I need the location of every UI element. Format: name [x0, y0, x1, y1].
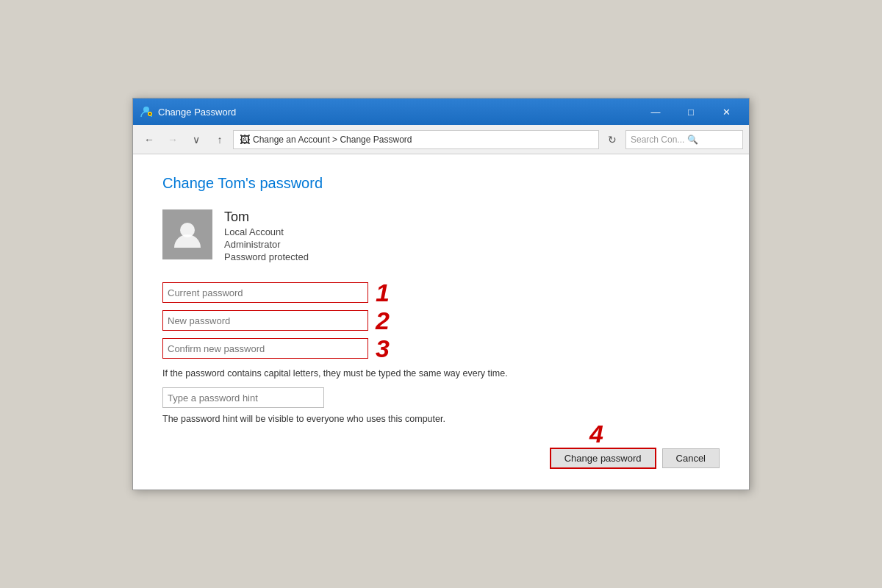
- avatar-icon: [171, 218, 204, 251]
- content-area: Change Tom's password Tom Local Account …: [133, 154, 749, 490]
- search-icon: 🔍: [687, 135, 698, 145]
- path-icon: 🖼: [240, 134, 250, 146]
- new-password-row: 2: [162, 308, 720, 333]
- page-title: Change Tom's password: [162, 175, 720, 192]
- window-icon: [139, 104, 154, 119]
- new-password-input[interactable]: [162, 310, 368, 331]
- user-role: Administrator: [224, 239, 309, 250]
- up-button[interactable]: ↑: [209, 129, 230, 150]
- current-password-input[interactable]: [162, 282, 368, 303]
- forward-button[interactable]: →: [162, 129, 183, 150]
- user-status: Password protected: [224, 251, 309, 262]
- change-password-window: Change Password — □ ✕ ← → ∨ ↑ 🖼 Change a…: [132, 98, 750, 490]
- title-bar: Change Password — □ ✕: [133, 98, 749, 125]
- change-password-button[interactable]: Change password: [550, 448, 656, 469]
- minimize-button[interactable]: —: [639, 101, 673, 123]
- user-account-type: Local Account: [224, 226, 309, 237]
- back-button[interactable]: ←: [139, 129, 159, 150]
- address-bar: ← → ∨ ↑ 🖼 Change an Account > Change Pas…: [133, 125, 749, 154]
- window-controls: — □ ✕: [639, 101, 743, 123]
- annotation-2: 2: [376, 308, 390, 333]
- cancel-button[interactable]: Cancel: [662, 448, 720, 468]
- annotation-1: 1: [376, 280, 390, 305]
- user-avatar: [162, 209, 212, 259]
- annotation-3: 3: [376, 336, 390, 361]
- confirm-password-row: 3: [162, 336, 720, 361]
- user-name: Tom: [224, 209, 309, 225]
- caps-warning: If the password contains capital letters…: [162, 368, 559, 379]
- current-password-row: 1: [162, 280, 720, 305]
- confirm-password-input[interactable]: [162, 338, 368, 359]
- user-details: Tom Local Account Administrator Password…: [224, 209, 309, 262]
- window-title: Change Password: [158, 107, 639, 118]
- search-placeholder: Search Con...: [631, 135, 684, 145]
- close-button[interactable]: ✕: [709, 101, 743, 123]
- password-hint-input[interactable]: [162, 387, 324, 408]
- hint-input-row: [162, 387, 720, 408]
- address-path: 🖼 Change an Account > Change Password: [233, 130, 599, 149]
- annotation-4: 4: [589, 420, 603, 448]
- hint-note: The password hint will be visible to eve…: [162, 414, 559, 424]
- button-row: 4 Change password Cancel: [162, 442, 720, 469]
- user-info: Tom Local Account Administrator Password…: [162, 209, 720, 262]
- address-path-text: Change an Account > Change Password: [253, 135, 412, 145]
- dropdown-button[interactable]: ∨: [186, 129, 207, 150]
- refresh-button[interactable]: ↻: [602, 129, 623, 150]
- password-form: 1 2 3: [162, 280, 720, 361]
- search-box[interactable]: Search Con... 🔍: [625, 130, 743, 149]
- maximize-button[interactable]: □: [674, 101, 708, 123]
